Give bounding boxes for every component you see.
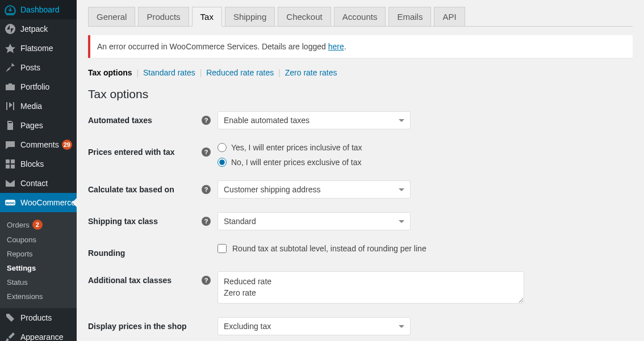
sidebar-item-pages[interactable]: Pages xyxy=(0,116,77,135)
sidebar-item-appearance[interactable]: Appearance xyxy=(0,327,77,341)
subtab-reduced[interactable]: Reduced rate rates xyxy=(206,68,274,77)
error-details-link[interactable]: here xyxy=(328,42,344,51)
submenu-extensions[interactable]: Extensions xyxy=(0,289,77,304)
admin-sidebar: Dashboard Jetpack Flatsome Posts Portfol… xyxy=(0,0,77,341)
pin-icon xyxy=(5,62,16,73)
help-shipping-tax-class[interactable]: ? xyxy=(202,217,211,226)
select-display-prices-shop[interactable]: Excluding tax xyxy=(218,317,411,335)
pages-icon xyxy=(5,120,16,131)
select-calculate-based-on[interactable]: Customer shipping address xyxy=(218,180,411,199)
tab-checkout[interactable]: Checkout xyxy=(278,7,331,26)
sidebar-label: Flatsome xyxy=(20,44,53,53)
products-icon xyxy=(5,312,16,323)
sidebar-label: Pages xyxy=(20,121,43,130)
sidebar-item-media[interactable]: Media xyxy=(0,96,77,116)
label-rounding: Rounding xyxy=(88,244,202,258)
subtab-current: Tax options xyxy=(88,68,132,77)
sidebar-label: WooCommerce xyxy=(20,198,76,207)
select-automated-taxes[interactable]: Enable automated taxes xyxy=(218,111,411,129)
sidebar-label: Contact xyxy=(20,179,48,188)
sidebar-item-flatsome[interactable]: Flatsome xyxy=(0,39,77,58)
submenu-status[interactable]: Status xyxy=(0,275,77,289)
help-additional-classes[interactable]: ? xyxy=(202,276,211,285)
sidebar-item-products[interactable]: Products xyxy=(0,308,77,327)
sidebar-label: Posts xyxy=(20,63,40,72)
svg-rect-4 xyxy=(11,165,15,169)
sidebar-label: Blocks xyxy=(20,159,44,169)
svg-rect-3 xyxy=(6,165,10,169)
label-prices-entered: Prices entered with tax xyxy=(88,143,202,157)
tab-accounts[interactable]: Accounts xyxy=(334,7,386,26)
svg-text:woo: woo xyxy=(5,200,15,205)
settings-tabs: General Products Tax Shipping Checkout A… xyxy=(88,7,633,27)
submenu-settings[interactable]: Settings xyxy=(0,261,77,275)
brush-icon xyxy=(5,331,16,341)
comments-icon xyxy=(5,139,16,150)
sidebar-label: Jetpack xyxy=(20,24,48,33)
tab-api[interactable]: API xyxy=(434,7,465,26)
dashboard-icon xyxy=(5,4,16,15)
sidebar-item-portfolio[interactable]: Portfolio xyxy=(0,77,77,96)
sidebar-label: Appearance xyxy=(20,332,64,341)
sidebar-label: Products xyxy=(20,313,52,322)
tab-tax[interactable]: Tax xyxy=(192,7,222,27)
svg-rect-2 xyxy=(11,159,15,163)
submenu-coupons[interactable]: Coupons xyxy=(0,233,77,247)
portfolio-icon xyxy=(5,81,16,92)
tax-subtabs: Tax options | Standard rates | Reduced r… xyxy=(88,68,633,77)
page-heading: Tax options xyxy=(88,87,633,101)
sidebar-item-posts[interactable]: Posts xyxy=(0,58,77,77)
submenu-reports[interactable]: Reports xyxy=(0,247,77,261)
svg-rect-1 xyxy=(6,159,10,163)
subtab-zero[interactable]: Zero rate rates xyxy=(285,68,337,77)
submenu-orders[interactable]: Orders 2 xyxy=(0,217,77,233)
sidebar-item-dashboard[interactable]: Dashboard xyxy=(0,0,77,19)
tab-general[interactable]: General xyxy=(88,7,135,26)
subtab-standard[interactable]: Standard rates xyxy=(143,68,195,77)
media-icon xyxy=(5,100,16,112)
envelope-icon xyxy=(5,178,16,189)
select-shipping-tax-class[interactable]: Standard xyxy=(218,212,411,230)
sidebar-item-blocks[interactable]: Blocks xyxy=(0,154,77,174)
woocommerce-icon: woo xyxy=(5,197,16,208)
tab-products[interactable]: Products xyxy=(138,7,189,26)
comments-badge: 29 xyxy=(62,140,72,150)
radio-group-prices: Yes, I will enter prices inclusive of ta… xyxy=(218,143,362,167)
help-calculate-based-on[interactable]: ? xyxy=(202,185,211,194)
sidebar-label: Media xyxy=(20,102,42,111)
help-automated-taxes[interactable]: ? xyxy=(202,116,211,125)
sidebar-item-comments[interactable]: Comments 29 xyxy=(0,135,77,154)
sidebar-item-woocommerce[interactable]: woo WooCommerce xyxy=(0,193,77,212)
label-shipping-tax-class: Shipping tax class xyxy=(88,212,202,226)
label-additional-classes: Additional tax classes xyxy=(88,271,202,285)
jetpack-icon xyxy=(5,23,16,35)
checkbox-rounding[interactable]: Round tax at subtotal level, instead of … xyxy=(218,244,426,253)
orders-badge: 2 xyxy=(32,220,43,230)
blocks-icon xyxy=(5,158,16,170)
woocommerce-submenu: Orders 2 Coupons Reports Settings Status… xyxy=(0,212,77,308)
sidebar-item-contact[interactable]: Contact xyxy=(0,174,77,193)
textarea-additional-classes[interactable] xyxy=(218,271,524,304)
label-calculate-based-on: Calculate tax based on xyxy=(88,180,202,194)
help-prices-entered[interactable]: ? xyxy=(202,148,211,157)
error-banner: An error occurred in WooCommerce Service… xyxy=(88,35,633,58)
sidebar-label: Dashboard xyxy=(20,5,60,14)
label-display-prices-shop: Display prices in the shop xyxy=(88,317,202,331)
tab-shipping[interactable]: Shipping xyxy=(225,7,275,26)
radio-prices-inclusive[interactable]: Yes, I will enter prices inclusive of ta… xyxy=(218,143,362,152)
sidebar-label: Comments xyxy=(20,140,59,149)
svg-point-0 xyxy=(5,24,15,34)
radio-prices-exclusive[interactable]: No, I will enter prices exclusive of tax xyxy=(218,158,362,167)
tab-emails[interactable]: Emails xyxy=(388,7,431,26)
main-content: General Products Tax Shipping Checkout A… xyxy=(77,0,644,341)
label-automated-taxes: Automated taxes xyxy=(88,111,202,125)
sidebar-item-jetpack[interactable]: Jetpack xyxy=(0,19,77,39)
sidebar-label: Portfolio xyxy=(20,82,49,91)
flatsome-icon xyxy=(5,43,16,54)
